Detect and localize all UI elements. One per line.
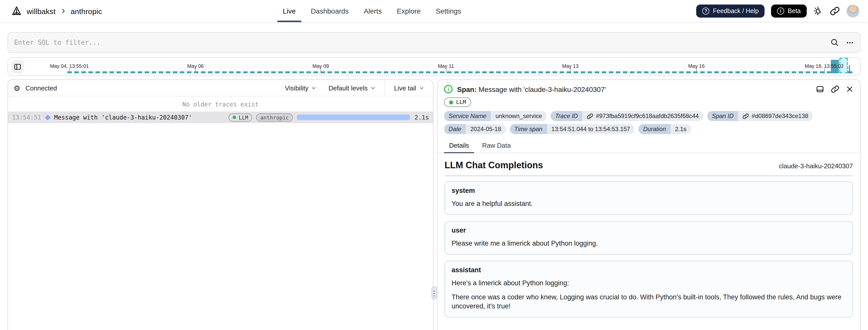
traces-panel-header: ⚙ Connected Visibility Default levels bbox=[8, 80, 433, 96]
span-detail-panel: i Span: Message with 'claude-3-haiku-202… bbox=[437, 79, 861, 330]
span-info-icon: i bbox=[444, 85, 453, 93]
tab-raw-data[interactable]: Raw Data bbox=[477, 140, 516, 153]
breadcrumb-org[interactable]: willbakst bbox=[27, 7, 56, 15]
timeline-tick-label: May 13 bbox=[562, 63, 579, 69]
message-card-user: user Please write me a limerick about Py… bbox=[444, 221, 853, 254]
timeline-tick bbox=[69, 68, 70, 73]
question-circle-icon: ? bbox=[703, 7, 710, 14]
timeline-baseline bbox=[67, 71, 853, 73]
nav-tab-settings[interactable]: Settings bbox=[428, 0, 469, 22]
user-avatar[interactable] bbox=[846, 4, 860, 18]
llm-chat-completions-section: LLM Chat Completions claude-3-haiku-2024… bbox=[437, 153, 860, 318]
timeline-histogram[interactable]: May 04, 13:55:01 May 06 May 09 May 11 Ma… bbox=[7, 57, 861, 76]
default-levels-dropdown[interactable]: Default levels bbox=[329, 84, 376, 92]
span-llm-tag: LLM bbox=[444, 97, 471, 107]
attr-service-name: Service Name unknown_service bbox=[444, 111, 547, 121]
copy-link-icon[interactable] bbox=[831, 85, 839, 93]
logfire-logo-icon[interactable] bbox=[11, 5, 22, 17]
traces-panel: ⚙ Connected Visibility Default levels bbox=[7, 79, 434, 330]
sql-filter-bar bbox=[7, 32, 861, 53]
tab-details[interactable]: Details bbox=[444, 140, 474, 153]
message-card-assistant: assistant Here's a limerick about Python… bbox=[444, 261, 853, 318]
search-icon[interactable] bbox=[830, 38, 839, 47]
timeline-tick-label: May 09 bbox=[312, 63, 329, 69]
drag-dots-icon bbox=[433, 290, 435, 296]
breadcrumb-project[interactable]: anthropic bbox=[70, 7, 102, 15]
message-role: system bbox=[452, 187, 846, 194]
span-title: Span: Message with 'claude-3-haiku-20240… bbox=[457, 85, 606, 93]
header-actions: ? Feedback / Help i Beta bbox=[696, 4, 860, 18]
share-link-icon[interactable] bbox=[830, 6, 840, 16]
link-icon bbox=[743, 113, 749, 119]
timeline-track: May 04, 13:55:01 May 06 May 09 May 11 Ma… bbox=[8, 58, 860, 76]
timeline-tick bbox=[696, 68, 697, 73]
timeline-tick-label: May 18, 13:55:02 bbox=[805, 63, 844, 69]
top-header: willbakst anthropic Live Dashboards Aler… bbox=[0, 0, 868, 23]
timeline-tick bbox=[446, 68, 446, 73]
span-diamond-icon bbox=[45, 115, 51, 120]
green-dot-icon bbox=[449, 100, 453, 104]
nav-tab-alerts[interactable]: Alerts bbox=[356, 0, 389, 22]
settings-gear-icon[interactable]: ⚙ bbox=[13, 84, 20, 92]
attr-duration: Duration 2.1s bbox=[639, 124, 691, 134]
nav-tab-explore[interactable]: Explore bbox=[389, 0, 428, 22]
span-header: i Span: Message with 'claude-3-haiku-202… bbox=[437, 80, 860, 96]
span-attributes: Service Name unknown_service Trace ID #9… bbox=[437, 111, 860, 134]
connection-status: Connected bbox=[25, 84, 57, 92]
info-circle-icon: i bbox=[777, 7, 784, 14]
message-card-system: system You are a helpful assistant. bbox=[444, 181, 853, 215]
trace-duration: 2.1s bbox=[414, 114, 429, 121]
app-window: willbakst anthropic Live Dashboards Aler… bbox=[0, 0, 868, 330]
more-options-icon[interactable] bbox=[846, 38, 854, 47]
message-text: You are a helpful assistant. bbox=[452, 200, 846, 208]
trace-timestamp: 13:54:51 bbox=[12, 114, 41, 121]
content-panels: ⚙ Connected Visibility Default levels bbox=[7, 79, 861, 330]
attr-trace-id[interactable]: Trace ID #973fba5919cf9c618aafdb2635f68c… bbox=[551, 111, 703, 121]
visibility-dropdown[interactable]: Visibility bbox=[285, 84, 316, 92]
trace-duration-bar bbox=[297, 115, 410, 120]
section-title: LLM Chat Completions bbox=[444, 160, 543, 171]
nav-tab-live[interactable]: Live bbox=[275, 0, 303, 22]
message-text: There once was a coder who knew, Logging… bbox=[452, 293, 846, 311]
link-icon bbox=[587, 113, 593, 119]
attr-span-id[interactable]: Span ID #d08697de343ce138 bbox=[707, 111, 813, 121]
timeline-tick-label: May 11 bbox=[438, 63, 454, 69]
trace-row[interactable]: 13:54:51 Message with 'claude-3-haiku-20… bbox=[8, 112, 433, 123]
main-nav: Live Dashboards Alerts Explore Settings bbox=[275, 0, 469, 22]
chevron-right-icon bbox=[60, 8, 66, 14]
message-text: Here's a limerick about Python logging: bbox=[452, 279, 846, 288]
attr-date: Date 2024-05-18 bbox=[444, 124, 506, 134]
live-tail-dropdown[interactable]: Live tail bbox=[394, 84, 424, 92]
chevron-down-icon bbox=[311, 85, 316, 91]
dock-panel-icon[interactable] bbox=[816, 85, 824, 93]
timeline-tick bbox=[824, 68, 825, 73]
no-older-traces-message: No older traces exist bbox=[8, 96, 433, 112]
beta-button[interactable]: i Beta bbox=[771, 4, 807, 18]
chevron-down-icon bbox=[370, 85, 376, 91]
llm-badge: LLM bbox=[228, 113, 252, 121]
timeline-tick-label: May 06 bbox=[187, 63, 204, 69]
message-text: Please write me a limerick about Python … bbox=[452, 239, 846, 248]
close-icon[interactable] bbox=[846, 85, 854, 93]
theme-toggle-icon[interactable] bbox=[813, 6, 823, 16]
detail-tabs: Details Raw Data bbox=[437, 135, 860, 153]
timeline-tick-label: May 16 bbox=[688, 63, 705, 69]
sql-filter-input[interactable] bbox=[14, 39, 830, 46]
timeline-cursor[interactable] bbox=[849, 65, 850, 73]
feedback-help-button[interactable]: ? Feedback / Help bbox=[696, 4, 765, 18]
timeline-tick-label: May 04, 13:55:01 bbox=[50, 63, 89, 69]
section-divider bbox=[444, 175, 853, 176]
panel-resize-handle[interactable] bbox=[432, 286, 437, 299]
nav-tab-dashboards[interactable]: Dashboards bbox=[303, 0, 356, 22]
scope-badge: anthropic bbox=[256, 113, 293, 121]
message-role: user bbox=[452, 227, 846, 234]
timeline-tick bbox=[321, 68, 321, 73]
model-name: claude-3-haiku-20240307 bbox=[779, 162, 853, 170]
trace-message: Message with 'claude-3-haiku-20240307' bbox=[54, 114, 192, 121]
attr-time-span: Time span 13:54:51.044 to 13:54:53.157 bbox=[510, 124, 635, 134]
chevron-down-icon bbox=[419, 85, 424, 91]
breadcrumb: willbakst anthropic bbox=[11, 5, 102, 17]
green-dot-icon bbox=[232, 116, 236, 119]
message-role: assistant bbox=[452, 267, 846, 274]
timeline-tick bbox=[195, 68, 196, 73]
